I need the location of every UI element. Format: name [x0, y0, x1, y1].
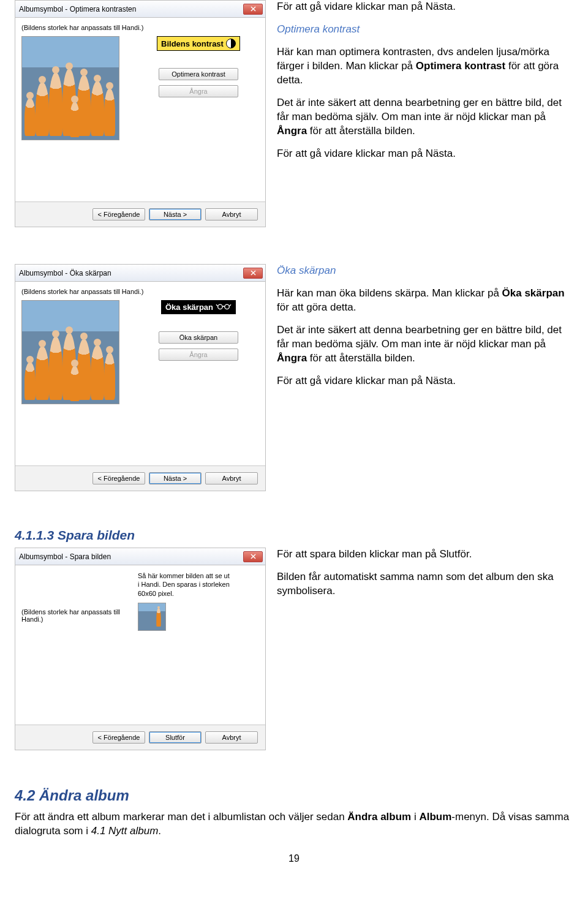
close-icon	[251, 6, 256, 12]
close-button[interactable]	[243, 551, 263, 562]
paragraph: För att ändra ett album markerar man det…	[15, 810, 573, 838]
undo-button[interactable]: Ångra	[159, 348, 238, 361]
text-block-contrast: För att gå vidare klickar man på Nästa. …	[277, 0, 573, 169]
paragraph: För att spara bilden klickar man på Slut…	[277, 548, 573, 562]
text-block-save: För att spara bilden klickar man på Slut…	[277, 548, 573, 607]
callout-contrast: Bildens kontrast	[157, 36, 240, 51]
close-icon	[251, 554, 256, 559]
contrast-icon	[226, 39, 236, 48]
dialog-title: Albumsymbol - Öka skärpan	[19, 269, 243, 277]
paragraph: För att gå vidare klickar man på Nästa.	[277, 374, 573, 388]
titlebar: Albumsymbol - Spara bilden	[15, 548, 265, 565]
callout-label: Öka skärpan	[165, 303, 213, 312]
previous-button[interactable]: < Föregående	[92, 731, 145, 744]
svg-point-1	[225, 304, 229, 309]
titlebar: Albumsymbol - Öka skärpan	[15, 265, 265, 282]
h2-heading: 4.2 Ändra album	[15, 787, 573, 804]
subheading: Öka skärpan	[277, 264, 573, 278]
paragraph: Det är inte säkert att denna bearbetning…	[277, 323, 573, 366]
paragraph: För att gå vidare klickar man på Nästa.	[277, 147, 573, 161]
paragraph: Här kan man öka bildens skärpa. Man klic…	[277, 287, 573, 315]
page-number: 19	[15, 853, 573, 864]
previous-button[interactable]: < Föregående	[92, 208, 145, 220]
dialog-save-image: Albumsymbol - Spara bilden (Bildens stor…	[15, 548, 266, 750]
text-block-sharpen: Öka skärpan Här kan man öka bildens skär…	[277, 264, 573, 397]
increase-sharpness-button[interactable]: Öka skärpan	[159, 331, 238, 344]
preview-description: Så här kommer bilden att se ut i Handi. …	[138, 571, 230, 598]
section-heading: 4.1.1.3 Spara bilden	[15, 528, 573, 543]
close-button[interactable]	[243, 4, 263, 15]
paragraph: För att gå vidare klickar man på Nästa.	[277, 0, 573, 14]
dialog-title: Albumsymbol - Spara bilden	[19, 552, 243, 561]
paragraph: Det är inte säkert att denna bearbetning…	[277, 96, 573, 138]
cancel-button[interactable]: Avbryt	[205, 472, 258, 484]
dialog-increase-sharpness: Albumsymbol - Öka skärpan (Bildens storl…	[15, 264, 266, 491]
close-button[interactable]	[243, 268, 263, 279]
svg-point-0	[218, 304, 222, 309]
dialog-title: Albumsymbol - Optimera kontrasten	[19, 5, 243, 13]
hint-text: (Bildens storlek har anpassats till Hand…	[21, 24, 259, 31]
paragraph: Bilden får automatiskt samma namn som de…	[277, 570, 573, 598]
preview-image	[21, 36, 119, 140]
paragraph: Här kan man optimera kontrasten, dvs and…	[277, 45, 573, 88]
dialog-optimize-contrast: Albumsymbol - Optimera kontrasten (Bilde…	[15, 0, 266, 227]
callout-sharpen: Öka skärpan	[161, 300, 236, 314]
hint-text: (Bildens storlek har anpassats till Hand…	[21, 608, 132, 623]
finish-button[interactable]: Slutför	[149, 731, 202, 744]
glasses-icon	[216, 303, 232, 312]
subheading: Optimera kontrast	[277, 23, 573, 37]
cancel-button[interactable]: Avbryt	[205, 731, 258, 744]
hint-text: (Bildens storlek har anpassats till Hand…	[21, 288, 259, 295]
cancel-button[interactable]: Avbryt	[205, 208, 258, 220]
undo-button[interactable]: Ångra	[159, 85, 238, 97]
next-button[interactable]: Nästa >	[149, 208, 202, 220]
preview-image	[21, 300, 119, 404]
next-button[interactable]: Nästa >	[149, 472, 202, 484]
close-icon	[251, 270, 256, 276]
optimize-contrast-button[interactable]: Optimera kontrast	[159, 68, 238, 80]
titlebar: Albumsymbol - Optimera kontrasten	[15, 1, 265, 18]
callout-label: Bildens kontrast	[161, 39, 224, 48]
previous-button[interactable]: < Föregående	[92, 472, 145, 484]
preview-thumbnail	[138, 603, 166, 631]
